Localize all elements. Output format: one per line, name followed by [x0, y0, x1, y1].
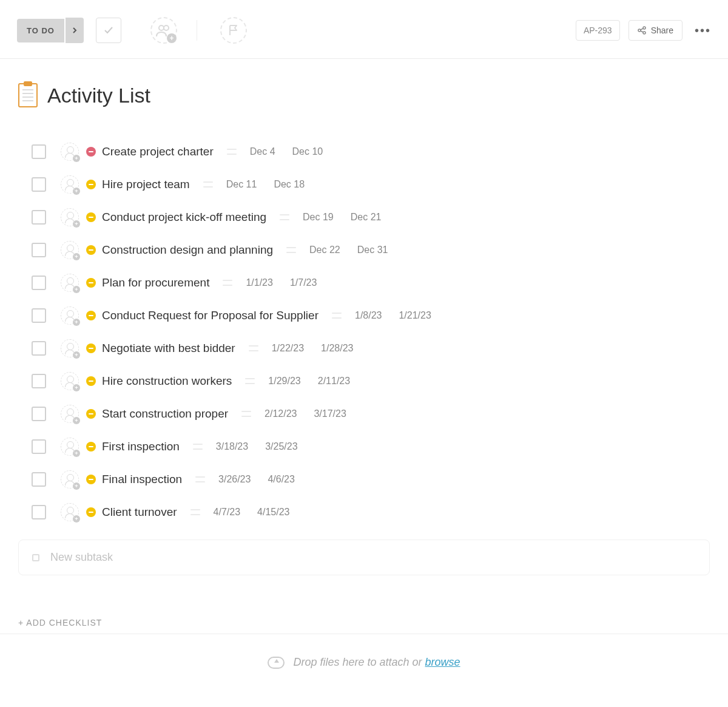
start-date[interactable]: 4/7/23: [214, 507, 240, 518]
task-row[interactable]: +Create project charterDec 4Dec 10: [32, 135, 710, 168]
task-title[interactable]: Start construction proper: [102, 407, 228, 421]
task-row[interactable]: +Negotiate with best bidder1/22/231/28/2…: [32, 332, 710, 365]
complete-task-button[interactable]: [96, 18, 121, 43]
assignee-button[interactable]: +: [61, 405, 79, 423]
start-date[interactable]: 1/1/23: [246, 277, 272, 288]
end-date[interactable]: 4/6/23: [268, 474, 294, 485]
assignee-button[interactable]: +: [61, 339, 79, 357]
assignee-button[interactable]: +: [61, 306, 79, 325]
start-date[interactable]: Dec 4: [250, 146, 275, 157]
task-row[interactable]: +Hire construction workers1/29/232/11/23: [32, 365, 710, 397]
add-checklist-button[interactable]: + ADD CHECKLIST: [18, 618, 710, 628]
drop-zone[interactable]: Drop files here to attach or browse: [0, 634, 728, 691]
task-row[interactable]: +Plan for procurement1/1/231/7/23: [32, 266, 710, 299]
task-row[interactable]: +Construction design and planningDec 22D…: [32, 234, 710, 266]
task-title[interactable]: Conduct Request for Proposal for Supplie…: [102, 309, 318, 322]
subtask-checkbox[interactable]: [32, 308, 46, 323]
assignee-button[interactable]: +: [61, 143, 79, 161]
end-date[interactable]: 1/28/23: [321, 343, 353, 354]
task-title[interactable]: Negotiate with best bidder: [102, 342, 235, 355]
assignee-button[interactable]: +: [61, 274, 79, 292]
assignee-button[interactable]: +: [61, 372, 79, 390]
cloud-upload-icon: [268, 657, 285, 669]
assignee-button[interactable]: +: [61, 470, 79, 489]
more-menu-button[interactable]: •••: [695, 24, 711, 38]
priority-dot-icon[interactable]: [86, 475, 96, 484]
task-title[interactable]: Client turnover: [102, 506, 177, 519]
subtask-checkbox[interactable]: [32, 177, 46, 192]
task-row[interactable]: +Client turnover4/7/234/15/23: [32, 496, 710, 529]
end-date[interactable]: 4/15/23: [257, 507, 289, 518]
start-date[interactable]: 1/8/23: [355, 310, 382, 321]
task-title[interactable]: Plan for procurement: [102, 276, 209, 289]
task-row[interactable]: +Final inspection3/26/234/6/23: [32, 463, 710, 496]
priority-dot-icon[interactable]: [86, 212, 96, 222]
subtask-checkbox[interactable]: [32, 341, 46, 356]
end-date[interactable]: 2/11/23: [318, 376, 350, 387]
assignee-button[interactable]: +: [61, 175, 79, 194]
start-date[interactable]: Dec 11: [226, 179, 257, 190]
subtask-checkbox[interactable]: [32, 439, 46, 454]
priority-dot-icon[interactable]: [86, 311, 96, 320]
task-title[interactable]: Final inspection: [102, 473, 182, 486]
end-date[interactable]: Dec 21: [351, 212, 382, 223]
priority-dot-icon[interactable]: [86, 409, 96, 419]
task-title[interactable]: First inspection: [102, 440, 180, 453]
assignee-button[interactable]: +: [61, 241, 79, 259]
task-row[interactable]: +First inspection3/18/233/25/23: [32, 430, 710, 463]
priority-dot-icon[interactable]: [86, 147, 96, 157]
subtask-checkbox[interactable]: [32, 144, 46, 159]
assignee-button[interactable]: +: [61, 503, 79, 521]
end-date[interactable]: 1/21/23: [399, 310, 431, 321]
task-id-badge[interactable]: AP-293: [576, 20, 620, 41]
start-date[interactable]: 3/26/23: [218, 474, 251, 485]
subtask-checkbox[interactable]: [32, 374, 46, 388]
start-date[interactable]: 3/18/23: [216, 441, 248, 452]
end-date[interactable]: Dec 18: [274, 179, 305, 190]
subtask-checkbox[interactable]: [32, 243, 46, 257]
subtask-checkbox[interactable]: [32, 472, 46, 487]
start-date[interactable]: Dec 22: [309, 245, 340, 255]
priority-dot-icon[interactable]: [86, 245, 96, 255]
new-subtask-input[interactable]: [50, 551, 696, 564]
assignee-button[interactable]: +: [61, 438, 79, 456]
start-date[interactable]: 1/22/23: [272, 343, 304, 354]
priority-dot-icon[interactable]: [86, 180, 96, 189]
subtask-checkbox[interactable]: [32, 407, 46, 421]
subtask-checkbox[interactable]: [32, 505, 46, 519]
end-date[interactable]: Dec 31: [357, 245, 388, 255]
task-title[interactable]: Create project charter: [102, 145, 214, 158]
assignee-button[interactable]: +: [61, 208, 79, 226]
new-subtask-row[interactable]: [18, 540, 710, 575]
svg-point-4: [643, 32, 645, 34]
status-dropdown-caret[interactable]: [66, 18, 84, 43]
task-title[interactable]: Conduct project kick-off meeting: [102, 211, 266, 224]
task-row[interactable]: +Hire project teamDec 11Dec 18: [32, 168, 710, 201]
priority-dot-icon[interactable]: [86, 507, 96, 517]
priority-dot-icon[interactable]: [86, 278, 96, 288]
start-date[interactable]: Dec 19: [303, 212, 334, 223]
priority-dot-icon[interactable]: [86, 343, 96, 353]
end-date[interactable]: 3/17/23: [314, 408, 346, 419]
share-button[interactable]: Share: [629, 20, 682, 41]
priority-flag-button[interactable]: [220, 17, 247, 44]
start-date[interactable]: 1/29/23: [268, 376, 300, 387]
assignees-button[interactable]: +: [150, 17, 177, 44]
browse-link[interactable]: browse: [425, 656, 460, 668]
task-title[interactable]: Hire project team: [102, 178, 190, 191]
task-row[interactable]: +Conduct project kick-off meetingDec 19D…: [32, 201, 710, 234]
task-row[interactable]: +Conduct Request for Proposal for Suppli…: [32, 299, 710, 332]
subtask-checkbox[interactable]: [32, 210, 46, 225]
end-date[interactable]: 3/25/23: [265, 441, 297, 452]
start-date[interactable]: 2/12/23: [265, 408, 297, 419]
subtask-checkbox[interactable]: [32, 276, 46, 290]
status-button[interactable]: TO DO: [17, 19, 64, 42]
task-title[interactable]: Construction design and planning: [102, 243, 273, 257]
task-row[interactable]: +Start construction proper2/12/233/17/23: [32, 397, 710, 430]
end-date[interactable]: Dec 10: [292, 146, 323, 157]
priority-dot-icon[interactable]: [86, 442, 96, 452]
share-icon: [638, 26, 646, 35]
task-title[interactable]: Hire construction workers: [102, 374, 232, 388]
end-date[interactable]: 1/7/23: [290, 277, 317, 288]
priority-dot-icon[interactable]: [86, 376, 96, 386]
